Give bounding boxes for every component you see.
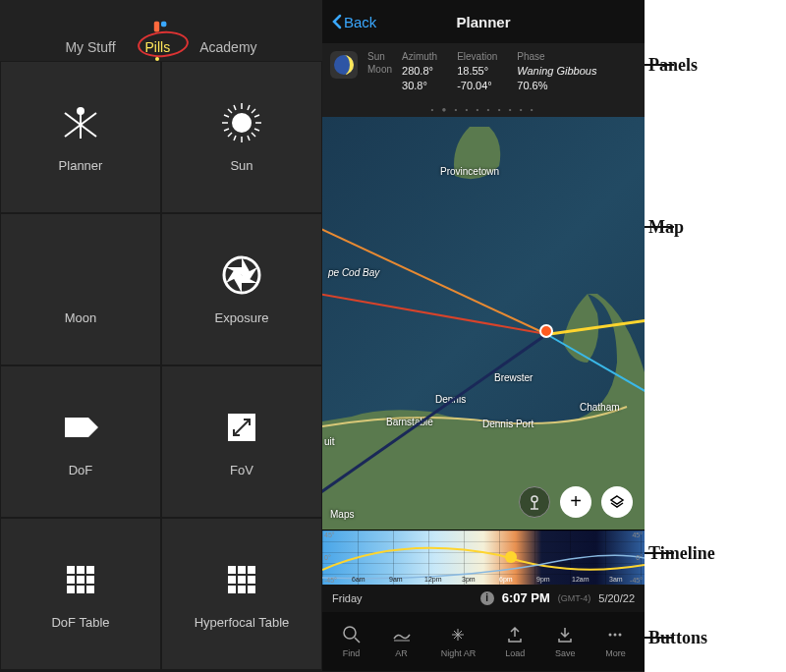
app-logo-icon — [152, 20, 170, 37]
svg-rect-26 — [67, 566, 75, 574]
annotation-map: Map — [648, 217, 684, 238]
map-bay-label: pe Cod Bay — [328, 267, 379, 278]
timeline-sun-marker[interactable] — [505, 551, 517, 563]
timeline-hour: 9pm — [536, 576, 550, 583]
maps-attribution: Maps — [330, 509, 354, 520]
pill-sun[interactable]: Sun — [161, 61, 322, 213]
annotation-panels: Panels — [648, 55, 698, 76]
info-icon[interactable]: i — [480, 591, 494, 605]
pill-label: Hyperfocal Table — [195, 615, 290, 630]
download-icon — [554, 624, 576, 645]
timeline-scale: 45° — [632, 532, 643, 538]
row-label-sun: Sun — [367, 51, 392, 62]
svg-rect-29 — [67, 576, 75, 584]
btn-save[interactable]: Save — [554, 624, 576, 658]
svg-point-57 — [619, 634, 622, 637]
btn-label: Find — [343, 648, 361, 658]
date-time-bar[interactable]: Friday i 6:07 PM (GMT-4) 5/20/22 — [322, 585, 645, 612]
pill-fov[interactable]: FoV — [161, 365, 322, 518]
tabs: My Stuff Pills Academy — [65, 39, 256, 61]
svg-point-56 — [614, 634, 617, 637]
timeline-hour: 3pm — [462, 576, 476, 583]
moon-elevation: -70.04° — [457, 79, 497, 93]
annotation-buttons: Buttons — [648, 628, 707, 648]
night-ar-icon — [447, 624, 469, 645]
map-town: Brewster — [494, 372, 533, 383]
chevron-left-icon — [332, 14, 342, 29]
moon-phase-name: Waning Gibbous — [517, 64, 596, 79]
timeline-curves — [322, 531, 645, 586]
back-button[interactable]: Back — [332, 14, 376, 30]
timeline-scale: 45° — [324, 532, 335, 538]
svg-line-13 — [252, 109, 255, 113]
svg-rect-1 — [161, 22, 166, 27]
pill-label: Exposure — [215, 310, 269, 325]
map-btn-pin[interactable] — [519, 486, 550, 518]
map-btn-add[interactable]: + — [560, 486, 591, 518]
svg-line-19 — [224, 115, 229, 117]
pill-dof[interactable]: DoF — [0, 365, 161, 518]
pill-exposure[interactable]: Exposure — [161, 213, 322, 365]
pill-moon[interactable]: Moon — [0, 213, 161, 365]
grid-icon — [220, 558, 263, 601]
svg-point-6 — [232, 113, 252, 133]
timeline[interactable]: 45° 0° -45° 45° 0° -45° 6am 9am 12pm 3pm… — [322, 530, 645, 585]
page-dots[interactable]: • ● • • • • • • • • — [322, 102, 645, 117]
timeline-hour: 6am — [352, 576, 365, 583]
upload-icon — [504, 624, 526, 645]
tab-academy[interactable]: Academy — [199, 39, 256, 55]
map-btn-layers[interactable] — [601, 486, 633, 518]
svg-line-17 — [234, 136, 236, 140]
timeline-scale: 0° — [324, 554, 331, 561]
pill-planner[interactable]: Planner — [0, 61, 161, 213]
btn-night-ar[interactable]: Night AR — [441, 624, 477, 658]
svg-line-14 — [228, 133, 232, 137]
svg-line-16 — [248, 105, 250, 110]
moon-icon — [59, 253, 102, 297]
timeline-scale: 0° — [636, 554, 643, 561]
row-label-moon: Moon — [367, 64, 392, 75]
timeline-hour: 12am — [572, 576, 590, 583]
svg-rect-32 — [67, 586, 75, 593]
btn-load[interactable]: Load — [504, 624, 526, 658]
sun-icon — [220, 101, 263, 144]
moon-phase-icon — [330, 51, 358, 79]
tab-pills[interactable]: Pills — [145, 39, 171, 55]
btn-more[interactable]: More — [604, 624, 626, 658]
svg-point-48 — [344, 627, 356, 639]
btn-label: Night AR — [441, 648, 477, 658]
svg-rect-36 — [238, 566, 246, 574]
azimuth-header: Azimuth — [402, 51, 437, 62]
pill-label: FoV — [230, 463, 253, 477]
aperture-icon — [220, 253, 263, 297]
btn-find[interactable]: Find — [341, 624, 363, 658]
planner-icon — [59, 101, 102, 144]
back-label: Back — [344, 14, 376, 30]
pill-dof-table[interactable]: DoF Table — [0, 518, 161, 670]
btn-label: Load — [505, 648, 525, 658]
btn-ar[interactable]: AR — [391, 624, 413, 658]
timezone: (GMT-4) — [558, 593, 591, 603]
sun-elevation: 18.55° — [457, 64, 497, 79]
svg-point-55 — [609, 634, 612, 637]
svg-rect-27 — [77, 566, 84, 574]
pill-hyperfocal-table[interactable]: Hyperfocal Table — [161, 518, 322, 670]
svg-rect-37 — [248, 566, 255, 574]
tab-my-stuff[interactable]: My Stuff — [65, 39, 115, 55]
more-icon — [604, 624, 626, 645]
btn-label: Save — [555, 648, 576, 658]
map-town: uit — [324, 436, 335, 447]
annotation-timeline: Timeline — [648, 543, 715, 564]
map-town: Chatham — [580, 402, 620, 413]
pills-grid: Planner Sun — [0, 61, 322, 670]
pill-label: Moon — [65, 310, 97, 325]
topbar: My Stuff Pills Academy — [0, 0, 322, 61]
svg-line-11 — [228, 109, 232, 113]
map[interactable]: Provincetown pe Cod Bay Brewster Dennis … — [322, 117, 645, 530]
bottom-buttons: Find AR Night AR Load Save More — [322, 612, 645, 671]
elevation-header: Elevation — [457, 51, 497, 62]
map-pin[interactable] — [539, 324, 553, 338]
sun-azimuth: 280.8° — [402, 64, 437, 79]
svg-rect-31 — [86, 576, 94, 584]
panels[interactable]: Sun Moon Azimuth 280.8° 30.8° Elevation … — [322, 43, 645, 102]
